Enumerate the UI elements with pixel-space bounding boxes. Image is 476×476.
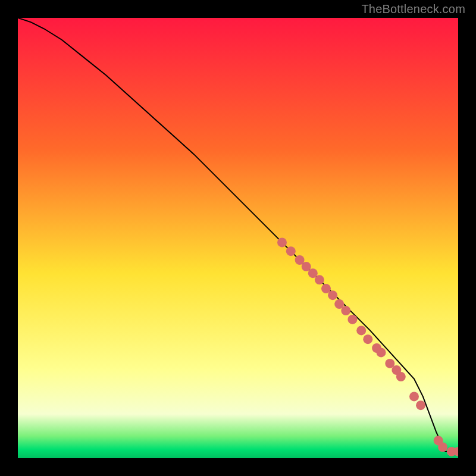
data-marker — [409, 392, 419, 401]
data-marker — [363, 334, 372, 344]
data-marker — [328, 290, 337, 300]
data-marker — [286, 246, 296, 256]
gradient-background — [18, 18, 458, 458]
chart-stage: TheBottleneck.com — [0, 0, 476, 476]
plot-area — [18, 18, 458, 458]
data-marker — [341, 306, 350, 315]
data-marker — [356, 325, 366, 335]
data-marker — [396, 372, 406, 381]
data-marker — [315, 275, 324, 284]
data-marker — [347, 315, 357, 324]
chart-svg — [18, 18, 458, 458]
data-marker — [277, 237, 287, 247]
data-marker — [416, 400, 425, 410]
data-marker — [377, 347, 386, 357]
attribution-text: TheBottleneck.com — [361, 2, 465, 16]
data-marker — [438, 443, 447, 452]
